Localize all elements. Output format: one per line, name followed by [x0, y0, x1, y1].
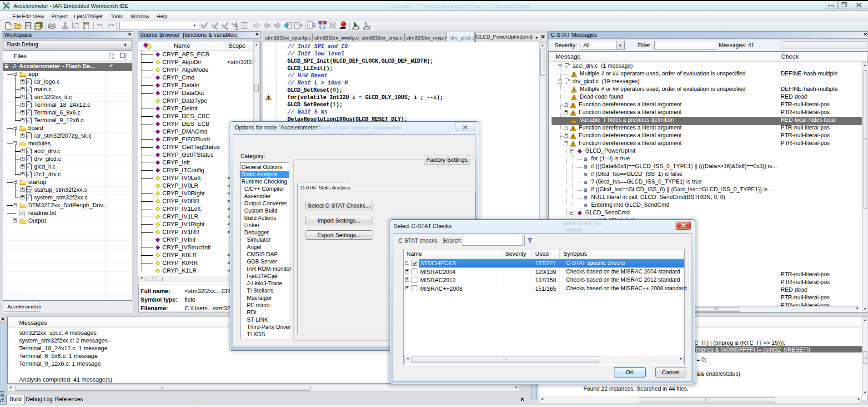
svg-text:10: 10 [124, 57, 127, 60]
svg-text:c: c [27, 164, 29, 169]
svg-text:c: c [27, 157, 29, 161]
svg-text:c: c [27, 118, 29, 123]
svg-text:c: c [309, 23, 311, 27]
svg-text:X?: X? [243, 25, 247, 29]
svg-text:c: c [27, 103, 29, 107]
svg-text:c: c [27, 149, 29, 154]
svg-text:c: c [27, 110, 29, 115]
svg-text:c: c [27, 95, 29, 99]
svg-text:c: c [27, 87, 29, 92]
svg-text:c: c [27, 195, 29, 200]
svg-text:10: 10 [322, 26, 326, 29]
svg-text:+: + [226, 27, 229, 30]
svg-text:Asm: Asm [27, 188, 33, 191]
svg-text:c: c [566, 80, 567, 84]
svg-text:c: c [27, 172, 29, 177]
svg-text:c: c [27, 79, 29, 84]
svg-text:c: c [27, 134, 29, 138]
svg-text:c: c [566, 65, 567, 69]
